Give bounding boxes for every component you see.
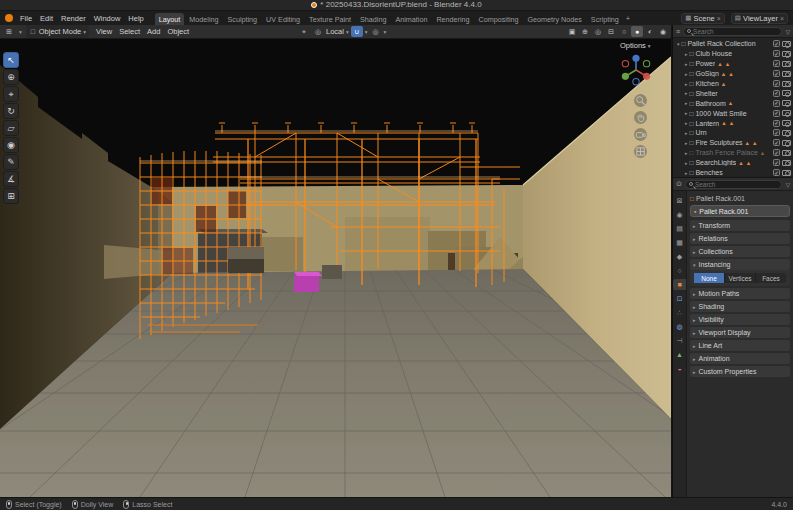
pivot-point-icon[interactable]: ⌖ (298, 26, 310, 37)
exclude-checkbox[interactable]: ✓ (773, 50, 780, 57)
properties-panel-header[interactable]: ▸ Transform (690, 220, 790, 231)
mode-dropdown[interactable]: □ Object Mode ▾ (26, 25, 89, 38)
header-toggle-icon[interactable]: ◉ (657, 26, 669, 37)
tool-button[interactable]: ◉ (3, 137, 19, 153)
expand-closed-icon[interactable]: ▸ (685, 90, 688, 96)
exclude-checkbox[interactable]: ✓ (773, 90, 780, 97)
filter-icon[interactable]: ▽ (785, 181, 790, 188)
outliner-row[interactable]: ▸ □ Trash Fence Palace ▲ ✓ (673, 148, 793, 158)
snap-magnet-icon[interactable]: ∪ (351, 26, 363, 37)
properties-tab[interactable]: ◍ (673, 321, 686, 332)
instancing-option[interactable]: Vertices (725, 273, 756, 283)
expand-closed-icon[interactable]: ▸ (685, 150, 688, 156)
properties-panel-header[interactable]: ▸ Relations (690, 233, 790, 244)
outliner-row[interactable]: ▸ □ Lantern ▲ ▲ ✓ (673, 118, 793, 128)
expand-open-icon[interactable]: ▾ (677, 41, 680, 47)
render-visibility-icon[interactable] (782, 110, 791, 116)
editor-type-icon[interactable]: ⊞ (3, 26, 15, 37)
render-visibility-icon[interactable] (782, 81, 791, 87)
menu-item[interactable]: Help (125, 14, 146, 23)
menu-item[interactable]: Edit (37, 14, 56, 23)
viewlayer-unlink-icon[interactable]: × (780, 15, 784, 22)
exclude-checkbox[interactable]: ✓ (773, 120, 780, 127)
exclude-checkbox[interactable]: ✓ (773, 159, 780, 166)
properties-panel-header[interactable]: ▸ Line Art (690, 340, 790, 351)
exclude-checkbox[interactable]: ✓ (773, 40, 780, 47)
expand-closed-icon[interactable]: ▸ (685, 61, 688, 67)
workspace-tab[interactable]: UV Editing (262, 13, 304, 25)
exclude-checkbox[interactable]: ✓ (773, 129, 780, 136)
properties-tab[interactable]: ■ (673, 279, 686, 290)
outliner-row[interactable]: ▸ □ Kitchen ▲ ✓ (673, 79, 793, 89)
render-visibility-icon[interactable] (782, 90, 791, 96)
expand-closed-icon[interactable]: ▸ (685, 100, 688, 106)
properties-panel-header[interactable]: ▸ Animation (690, 353, 790, 364)
tool-button[interactable]: ↻ (3, 103, 19, 119)
expand-closed-icon[interactable]: ▸ (685, 130, 688, 136)
header-toggle-icon[interactable]: ⊟ (605, 26, 617, 37)
properties-editor-icon[interactable]: ⊙ (676, 180, 682, 188)
outliner-row[interactable]: ▸ □ Benches ✓ (673, 168, 793, 177)
render-visibility-icon[interactable] (782, 160, 791, 166)
expand-closed-icon[interactable]: ▸ (685, 120, 688, 126)
add-workspace-button[interactable]: + (623, 13, 633, 24)
exclude-checkbox[interactable]: ✓ (773, 139, 780, 146)
ortho-toggle-button[interactable] (634, 145, 647, 158)
zoom-button[interactable] (634, 94, 647, 107)
outliner-row[interactable]: ▸ □ SearchLights ▲ ▲ ✓ (673, 158, 793, 168)
tool-button[interactable]: ∡ (3, 171, 19, 187)
workspace-tab[interactable]: Geometry Nodes (524, 13, 586, 25)
expand-closed-icon[interactable]: ▸ (685, 170, 688, 176)
render-visibility-icon[interactable] (782, 100, 791, 106)
render-visibility-icon[interactable] (782, 170, 791, 176)
workspace-tab[interactable]: Shading (356, 13, 390, 25)
object-name-field[interactable]: ▪ Pallet Rack.001 (690, 205, 790, 217)
workspace-tab[interactable]: Modeling (185, 13, 222, 25)
expand-closed-icon[interactable]: ▸ (685, 140, 688, 146)
expand-closed-icon[interactable]: ▸ (685, 110, 688, 116)
expand-closed-icon[interactable]: ▸ (685, 81, 688, 87)
properties-panel-header[interactable]: ▸ Shading (690, 301, 790, 312)
tool-button[interactable]: ⌖ (3, 86, 19, 102)
exclude-checkbox[interactable]: ✓ (773, 80, 780, 87)
blender-app-icon[interactable] (5, 14, 13, 22)
exclude-checkbox[interactable]: ✓ (773, 149, 780, 156)
properties-tab[interactable]: ⊡ (673, 293, 686, 304)
exclude-checkbox[interactable]: ✓ (773, 169, 780, 176)
outliner-row[interactable]: ▸ □ Power ▲ ▲ ✓ (673, 59, 793, 69)
render-visibility-icon[interactable] (782, 140, 791, 146)
header-toggle-icon[interactable]: ● (631, 26, 643, 37)
expand-closed-icon[interactable]: ▸ (685, 71, 688, 77)
properties-tab[interactable]: ⊠ (673, 195, 686, 206)
properties-tab[interactable]: ▦ (673, 237, 686, 248)
navigation-gizmo[interactable] (618, 52, 654, 88)
render-visibility-icon[interactable] (782, 130, 791, 136)
workspace-tab[interactable]: Layout (155, 13, 185, 25)
render-visibility-icon[interactable] (782, 61, 791, 67)
menu-item[interactable]: Window (91, 14, 124, 23)
viewport-menu-item[interactable]: Object (164, 27, 192, 36)
exclude-checkbox[interactable]: ✓ (773, 100, 780, 107)
header-toggle-icon[interactable]: ◐ (644, 26, 656, 37)
menu-item[interactable]: File (17, 14, 35, 23)
filter-icon[interactable]: ▽ (785, 28, 790, 35)
render-visibility-icon[interactable] (782, 120, 791, 126)
instancing-option[interactable]: Faces (756, 273, 786, 283)
menu-item[interactable]: Render (58, 14, 89, 23)
properties-search-input[interactable] (695, 181, 779, 188)
properties-tab[interactable]: ⊣ (673, 335, 686, 346)
header-toggle-icon[interactable]: ⊕ (579, 26, 591, 37)
exclude-checkbox[interactable]: ✓ (773, 110, 780, 117)
render-visibility-icon[interactable] (782, 41, 791, 47)
viewport-menu-item[interactable]: Add (144, 27, 163, 36)
properties-tab[interactable]: ▲ (673, 349, 686, 360)
render-visibility-icon[interactable] (782, 71, 791, 77)
properties-tab[interactable]: ▤ (673, 223, 686, 234)
tool-button[interactable]: ✎ (3, 154, 19, 170)
outliner-row[interactable]: ▸ □ GoSign ▲ ▲ ✓ (673, 69, 793, 79)
expand-closed-icon[interactable]: ▸ (685, 51, 688, 57)
outliner-row[interactable]: ▸ □ Club House ✓ (673, 49, 793, 59)
options-dropdown[interactable]: Options▾ (620, 41, 651, 50)
breadcrumb-object-name[interactable]: Pallet Rack.001 (696, 195, 745, 202)
orientation-globe-icon[interactable]: ◎ (312, 26, 324, 37)
